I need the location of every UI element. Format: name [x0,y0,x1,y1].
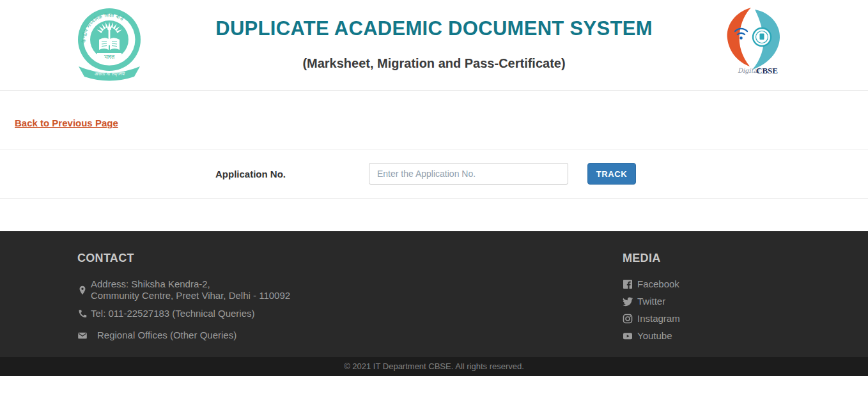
twitter-icon [623,296,633,307]
contact-section: CONTACT Address: Shiksha Kendra-2, Commu… [77,252,290,357]
media-item-label: Youtube [637,330,672,342]
regional-offices-link[interactable]: Regional Offices (Other Queries) [97,330,236,341]
twitter-link[interactable]: Twitter [623,296,683,307]
copyright-text: © 2021 IT Department CBSE. All rights re… [0,357,868,376]
youtube-icon [623,331,633,341]
emblem-banner-text: भारत [104,54,115,60]
media-section: MEDIA Facebook Twitter Instag [623,252,683,357]
application-no-input[interactable] [369,163,568,185]
back-to-previous-link[interactable]: Back to Previous Page [15,118,118,128]
media-item-label: Twitter [637,296,665,307]
location-pin-icon [77,279,88,301]
regional-offices-row: Regional Offices (Other Queries) [77,330,290,341]
media-item-label: Facebook [637,278,679,290]
digital-brand-text: CBSE [756,66,778,75]
address-row: Address: Shiksha Kendra-2, Community Cen… [77,278,290,301]
application-no-label: Application No. [0,169,286,179]
cbse-emblem-logo: केन्द्रीय माध्यमिक शिक्षा बोर्ड [76,8,143,84]
address-line-1: Address: Shiksha Kendra-2, [91,278,290,290]
digital-cbse-logo: Digital CBSE [721,5,785,80]
youtube-link[interactable]: Youtube [623,330,683,342]
phone-icon [77,308,88,319]
instagram-icon [623,314,633,324]
facebook-icon [623,279,633,289]
emblem-motto-text: असतो मा सद्गमय [95,71,126,77]
contact-heading: CONTACT [77,252,290,265]
content-spacer [0,199,868,231]
address-line-2: Community Centre, Preet Vihar, Delhi - 1… [91,290,290,301]
digital-cbse-icon: Digital CBSE [721,5,785,78]
tracking-form: Application No. TRACK [0,149,868,199]
back-link-bar: Back to Previous Page [0,91,868,149]
telephone-text: Tel: 011-22527183 (Technical Queries) [91,308,255,319]
media-item-label: Instagram [637,313,680,324]
header: केन्द्रीय माध्यमिक शिक्षा बोर्ड [0,0,868,91]
footer: CONTACT Address: Shiksha Kendra-2, Commu… [0,231,868,376]
cbse-emblem-icon: केन्द्रीय माध्यमिक शिक्षा बोर्ड [76,8,143,82]
instagram-link[interactable]: Instagram [623,313,683,324]
track-button[interactable]: TRACK [587,163,636,185]
telephone-row: Tel: 011-22527183 (Technical Queries) [77,308,290,319]
media-heading: MEDIA [623,252,683,265]
envelope-icon [77,330,88,341]
facebook-link[interactable]: Facebook [623,278,683,290]
